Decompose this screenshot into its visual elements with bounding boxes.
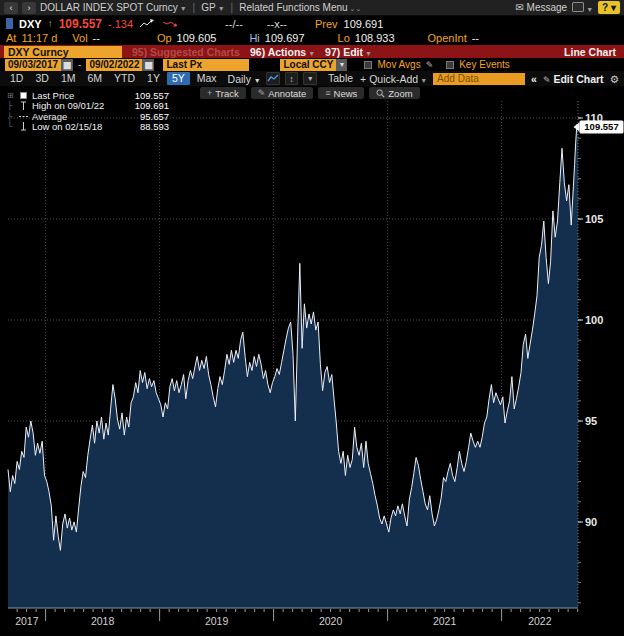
range-tab-1m[interactable]: 1M (56, 72, 81, 85)
open-value: 109.605 (177, 32, 217, 44)
suggested-charts-button[interactable]: 95) Suggested Charts (132, 46, 240, 58)
chevron-down-icon: ▼ (218, 5, 225, 12)
range-tab-5y[interactable]: 5Y (167, 72, 190, 85)
quick-add-button[interactable]: + Quick-Add▼ (360, 73, 427, 85)
gear-icon[interactable]: ⚙ (610, 73, 619, 85)
chevron-down-icon: ▼ (180, 5, 187, 12)
pencil-icon[interactable]: ✎ (426, 60, 434, 70)
frequency-select[interactable]: Daily ▼ (228, 73, 261, 85)
price-chart-svg[interactable]: 2017201820192020202120229095100105110109… (0, 86, 624, 636)
range-tab-1d[interactable]: 1D (5, 72, 28, 85)
table-button[interactable]: Table (323, 72, 358, 85)
key-events-checkbox[interactable] (446, 61, 454, 69)
news-icon: ≡ (325, 88, 330, 98)
sort-button[interactable]: ↕ (285, 72, 299, 85)
date-range-dash: - (78, 59, 81, 70)
security-field[interactable]: DXY Curncy (4, 46, 122, 58)
x-axis-label: 2017 (15, 615, 39, 627)
button-label: Zoom (388, 88, 412, 99)
back-button[interactable]: ‹ (4, 2, 18, 14)
legend-tree-icon: ├ (7, 101, 15, 110)
legend-label: Low on 02/15/18 (32, 121, 102, 132)
legend-label: Last Price (32, 90, 74, 101)
legend-row[interactable]: ├Average95.657 (7, 111, 169, 122)
tick-arrow-icon: ↑ (48, 18, 53, 29)
stats-row: At 11:17 d Vol -- Op 109.605 Hi 109.697 … (0, 31, 624, 45)
legend-label: Average (32, 111, 67, 122)
annotate-button[interactable]: ✎Annotate (251, 87, 314, 99)
add-data-input[interactable]: Add Data (433, 73, 525, 85)
range-tab-ytd[interactable]: YTD (109, 72, 140, 85)
news-button[interactable]: ≡News (318, 87, 364, 99)
price-field-select[interactable]: Last Px (163, 59, 249, 71)
prev-value: 109.691 (344, 18, 384, 30)
openint-label: OpenInt (428, 32, 467, 44)
open-label: Op (157, 32, 172, 44)
panels-button[interactable]: ▼ (572, 2, 593, 14)
range-tab-max[interactable]: Max (192, 72, 222, 85)
title-bar: ‹ › DOLLAR INDEX SPOT Curncy▼ | GP▼ | Re… (0, 0, 624, 16)
y-axis-label: 95 (585, 415, 597, 427)
chevron-down-icon: ▼ (254, 77, 261, 84)
track-icon: + (207, 88, 212, 98)
range-tab-3d[interactable]: 3D (30, 72, 53, 85)
x-axis-label: 2021 (433, 615, 457, 627)
forward-button[interactable]: › (22, 2, 36, 14)
chevron-down-icon: ▼ (420, 77, 427, 84)
avg-legend-icon (18, 113, 29, 120)
sparkline-up-icon (139, 18, 156, 29)
x-axis-label: 2022 (528, 615, 552, 627)
message-button[interactable]: ✉ Message (515, 2, 567, 13)
chevron-down-icon: ▼ (586, 6, 593, 13)
more-options-button[interactable]: ▼ (303, 72, 317, 85)
security-tag-icon (6, 18, 13, 29)
vol-label: Vol (72, 32, 87, 44)
legend-row[interactable]: └Low on 02/15/1888.593 (7, 122, 169, 133)
legend-row[interactable]: ⊞Last Price109.557 (7, 90, 169, 101)
edit-chart-button[interactable]: ✎ Edit Chart (543, 73, 604, 85)
legend-tree-icon: ⊞ (7, 91, 15, 100)
actions-menu[interactable]: 96) Actions▼ (250, 46, 315, 58)
divider: | (191, 2, 198, 13)
related-functions-menu[interactable]: Related Functions Menu⌄⌄ (239, 2, 361, 13)
edit-menu[interactable]: 97) Edit▼ (325, 46, 372, 58)
date-to-field[interactable]: 09/02/2022▦ (86, 59, 154, 71)
price-bubble-value: 109.557 (584, 121, 618, 132)
button-label: Annotate (268, 88, 306, 99)
at-label: At (6, 32, 16, 44)
legend-value: 109.557 (135, 90, 169, 101)
zoom-button[interactable]: Zoom (369, 87, 419, 99)
quote-row: DXY ↑ 109.557 -.134 --/-- --x-- Prev 109… (0, 16, 624, 31)
track-button[interactable]: +Track (200, 87, 246, 99)
screen-menu[interactable]: GP▼ (201, 2, 224, 13)
sparkline-down-icon (162, 18, 179, 29)
low-value: 108.933 (355, 32, 395, 44)
y-axis-label: 105 (585, 213, 603, 225)
legend-row[interactable]: ├High on 09/01/22109.691 (7, 101, 169, 112)
collapse-button[interactable]: « (531, 73, 537, 85)
range-tabs: 1D3D1M6MYTD1Y5YMax (5, 72, 222, 85)
chevron-down-icon[interactable]: ▼ (336, 59, 347, 71)
security-menu[interactable]: DOLLAR INDEX SPOT Curncy▼ (40, 2, 187, 13)
range-tabs-row: 1D3D1M6MYTD1Y5YMax Daily ▼ ↕ ▼ Table + Q… (0, 71, 624, 86)
calendar-icon[interactable]: ▦ (61, 59, 73, 71)
y-axis-label: 90 (585, 516, 597, 528)
x-axis-label: 2019 (205, 615, 229, 627)
mov-avgs-checkbox[interactable] (364, 61, 372, 69)
bloomberg-terminal-window: ‹ › DOLLAR INDEX SPOT Curncy▼ | GP▼ | Re… (0, 0, 624, 636)
date-from-field[interactable]: 09/03/2017▦ (5, 59, 73, 71)
help-button[interactable]: ? ▾ (598, 1, 620, 14)
vol-value: -- (93, 32, 100, 44)
range-tab-1y[interactable]: 1Y (142, 72, 165, 85)
currency-select[interactable]: Local CCY▼ (280, 59, 347, 71)
chart-type-button[interactable] (266, 72, 280, 85)
x-axis-label: 2020 (319, 615, 343, 627)
double-chevron-icon: ⌄⌄ (350, 5, 362, 12)
calendar-icon[interactable]: ▦ (142, 59, 154, 71)
legend-label: High on 09/01/22 (32, 100, 104, 111)
x-axis-label: 2018 (91, 615, 115, 627)
last-price: 109.557 (59, 17, 102, 31)
mov-avgs-label: Mov Avgs (377, 59, 420, 70)
range-tab-6m[interactable]: 6M (82, 72, 107, 85)
price-change: -.134 (108, 18, 133, 30)
